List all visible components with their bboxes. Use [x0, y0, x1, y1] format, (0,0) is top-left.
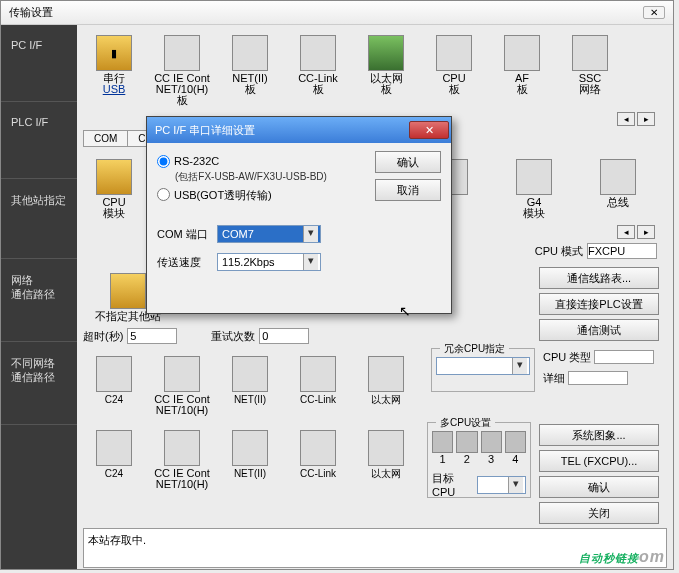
diff-network-path-row: C24 CC IE ContNET/10(H) NET(II) CC-Link … [77, 420, 423, 494]
icon-netii-2[interactable]: NET(II) [219, 356, 281, 416]
status-text: 本站存取中. [88, 534, 146, 546]
radio-usb-got[interactable] [157, 188, 170, 201]
scroll-right-button-2[interactable]: ▸ [637, 225, 655, 239]
route-table-button[interactable]: 通信线路表... [539, 267, 659, 289]
sidebar-item-diff-network-path[interactable]: 不同网络 通信路径 [1, 342, 77, 425]
sidebar-item-otherstation[interactable]: 其他站指定 [1, 179, 77, 259]
icon-eth-2[interactable]: 以太网 [355, 356, 417, 416]
c24-icon [96, 430, 132, 466]
radio-rs232c-label: RS-232C [174, 155, 219, 167]
cciecont-icon [164, 356, 200, 392]
cpu-module-icon [96, 159, 132, 195]
netii-icon [232, 430, 268, 466]
multi-cpu-slot-4[interactable] [505, 431, 526, 453]
dialog-ok-button[interactable]: 确认 [375, 151, 441, 173]
tel-fxcpu-button[interactable]: TEL (FXCPU)... [539, 450, 659, 472]
main-title-text: 传输设置 [9, 5, 53, 20]
baud-rate-label: 传送速度 [157, 255, 211, 270]
icon-g4-module[interactable]: G4模块 [503, 159, 565, 219]
cpu-mode-input[interactable] [587, 243, 657, 259]
icon-afboard[interactable]: AF板 [491, 35, 553, 106]
network-path-row: C24 CC IE ContNET/10(H) NET(II) CC-Link … [77, 346, 427, 420]
icon-netii-b[interactable]: NET(II) [219, 430, 281, 490]
redundant-legend: 冗余CPU指定 [440, 342, 509, 356]
icon-cciecont-b[interactable]: CC IE ContNET/10(H) [151, 430, 213, 490]
sidebar-item-network-path[interactable]: 网络 通信路径 [1, 259, 77, 342]
subtab-com-label: COM [83, 130, 128, 147]
baud-rate-combo[interactable]: 115.2Kbps [217, 253, 321, 271]
target-cpu-label: 目标CPU [432, 471, 475, 498]
icon-eth-b[interactable]: 以太网 [355, 430, 417, 490]
sscnet-icon [572, 35, 608, 71]
icon-ethernet[interactable]: 以太网板 [355, 35, 417, 106]
icon-cciecont[interactable]: CC IE ContNET/10(H)板 [151, 35, 213, 106]
main-close-icon[interactable]: ✕ [643, 6, 665, 19]
pcif-icon-row: ▮ 串行USB CC IE ContNET/10(H)板 NET(II)板 CC… [77, 25, 673, 110]
retry-input[interactable] [259, 328, 309, 344]
radio-usb-label: USB(GOT透明传输) [174, 188, 272, 203]
redundant-cpu-combo[interactable] [436, 357, 530, 375]
detail-label: 详细 [543, 372, 565, 384]
dialog-title-text: PC I/F 串口详细设置 [155, 123, 255, 138]
multi-cpu-group: 多CPU设置 1 2 3 4 [427, 422, 531, 498]
icon-c24-b[interactable]: C24 [83, 430, 145, 490]
g4-module-icon [516, 159, 552, 195]
icon-cclink-b[interactable]: CC-Link [287, 430, 349, 490]
c24-icon [96, 356, 132, 392]
watermark: 自动秒链接om [579, 544, 665, 567]
cclink-icon [300, 356, 336, 392]
system-image-button[interactable]: 系统图象... [539, 424, 659, 446]
com-port-label: COM 端口 [157, 227, 211, 242]
retry-label: 重试次数 [211, 329, 255, 344]
close-button[interactable]: 关闭 [539, 502, 659, 524]
icon-cpuboard[interactable]: CPU板 [423, 35, 485, 106]
icon-netii[interactable]: NET(II)板 [219, 35, 281, 106]
dialog-titlebar[interactable]: PC I/F 串口详细设置 ✕ [147, 117, 451, 143]
scroll-left-button[interactable]: ◂ [617, 112, 635, 126]
afboard-icon [504, 35, 540, 71]
sidebar-item-pcif[interactable]: PC I/F [1, 25, 77, 102]
com-port-combo[interactable]: COM7 [217, 225, 321, 243]
icon-bus[interactable]: 总线 [587, 159, 649, 219]
ethernet-icon [368, 35, 404, 71]
scroll-left-button-2[interactable]: ◂ [617, 225, 635, 239]
serial-usb-icon: ▮ [96, 35, 132, 71]
radio-rs232c[interactable] [157, 155, 170, 168]
icon-cpu-module[interactable]: CPU模块 [83, 159, 145, 219]
serial-detail-dialog: PC I/F 串口详细设置 ✕ 确认 取消 RS-232C (包括FX-USB-… [146, 116, 452, 314]
icon-sscnet[interactable]: SSC网络 [559, 35, 621, 106]
timeout-label: 超时(秒) [83, 329, 123, 344]
no-other-station-icon [110, 273, 146, 309]
ethernet-icon [368, 430, 404, 466]
direct-plc-button[interactable]: 直接连接PLC设置 [539, 293, 659, 315]
detail-input[interactable] [568, 371, 628, 385]
comm-test-button[interactable]: 通信测试 [539, 319, 659, 341]
cpuboard-icon [436, 35, 472, 71]
main-titlebar: 传输设置 ✕ [1, 1, 673, 25]
scroll-right-button[interactable]: ▸ [637, 112, 655, 126]
icon-serial-usb[interactable]: ▮ 串行USB [83, 35, 145, 106]
dialog-close-icon[interactable]: ✕ [409, 121, 449, 139]
ethernet-icon [368, 356, 404, 392]
dialog-cancel-button[interactable]: 取消 [375, 179, 441, 201]
redundant-cpu-group: 冗余CPU指定 [431, 348, 535, 392]
icon-cclink-2[interactable]: CC-Link [287, 356, 349, 416]
target-cpu-combo[interactable] [477, 476, 526, 494]
netii-icon [232, 356, 268, 392]
cpu-type-input[interactable] [594, 350, 654, 364]
icon-cclink[interactable]: CC-Link板 [287, 35, 349, 106]
cclink-icon [300, 35, 336, 71]
sidebar-item-plcif[interactable]: PLC I/F [1, 102, 77, 179]
multi-cpu-slot-1[interactable] [432, 431, 453, 453]
cpu-type-label: CPU 类型 [543, 351, 591, 363]
cciecont-icon [164, 35, 200, 71]
ok-button[interactable]: 确认 [539, 476, 659, 498]
netii-icon [232, 35, 268, 71]
icon-c24[interactable]: C24 [83, 356, 145, 416]
timeout-input[interactable] [127, 328, 177, 344]
cclink-icon [300, 430, 336, 466]
multi-cpu-slot-3[interactable] [481, 431, 502, 453]
cpu-mode-label: CPU 模式 [535, 244, 583, 259]
multi-cpu-slot-2[interactable] [456, 431, 477, 453]
icon-cciecont-2[interactable]: CC IE ContNET/10(H) [151, 356, 213, 416]
